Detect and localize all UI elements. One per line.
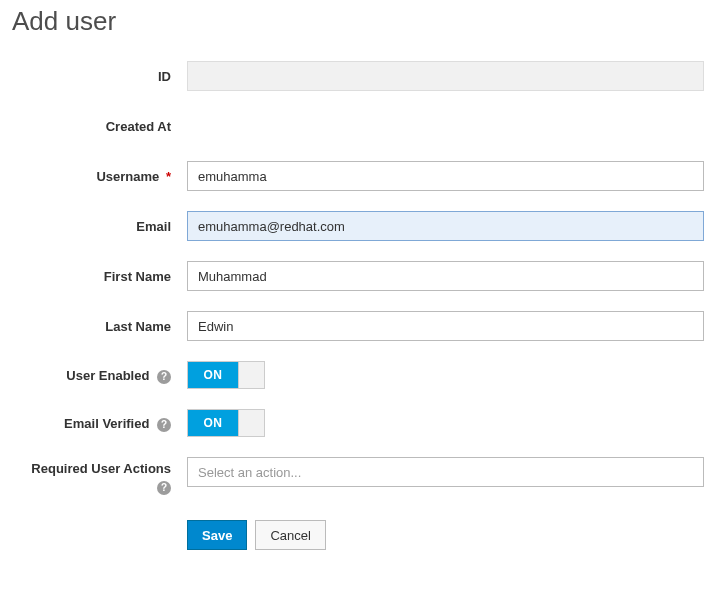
email-input[interactable] [187,211,704,241]
row-user-enabled: User Enabled ? ON [12,361,704,389]
username-input[interactable] [187,161,704,191]
toggle-on-label: ON [188,410,238,436]
help-icon[interactable]: ? [157,418,171,432]
label-email: Email [12,215,187,236]
label-last-name: Last Name [12,315,187,336]
row-email-verified: Email Verified ? ON [12,409,704,437]
toggle-handle [238,362,264,388]
row-email: Email [12,211,704,241]
row-required-actions: Required User Actions ? Select an action… [12,457,704,496]
row-last-name: Last Name [12,311,704,341]
label-id: ID [12,65,187,86]
user-enabled-toggle[interactable]: ON [187,361,265,389]
required-actions-placeholder: Select an action... [198,465,301,480]
row-username: Username * [12,161,704,191]
label-created-at: Created At [12,115,187,136]
label-required-actions-text: Required User Actions [31,461,171,476]
label-user-enabled: User Enabled ? [12,364,187,385]
email-verified-toggle[interactable]: ON [187,409,265,437]
first-name-input[interactable] [187,261,704,291]
help-icon[interactable]: ? [157,481,171,495]
page-title: Add user [12,6,704,37]
toggle-handle [238,410,264,436]
row-created-at: Created At [12,111,704,141]
help-icon[interactable]: ? [157,370,171,384]
cancel-button[interactable]: Cancel [255,520,325,550]
add-user-form: ID Created At Username * Email First Nam… [12,61,704,550]
required-marker: * [166,169,171,184]
row-first-name: First Name [12,261,704,291]
label-first-name: First Name [12,265,187,286]
row-id: ID [12,61,704,91]
toggle-on-label: ON [188,362,238,388]
label-user-enabled-text: User Enabled [66,368,149,383]
label-required-actions: Required User Actions ? [12,457,187,496]
label-username-text: Username [96,169,159,184]
last-name-input[interactable] [187,311,704,341]
required-actions-select[interactable]: Select an action... [187,457,704,487]
label-username: Username * [12,165,187,186]
created-at-value [187,111,704,141]
label-email-verified: Email Verified ? [12,412,187,433]
id-input [187,61,704,91]
save-button[interactable]: Save [187,520,247,550]
row-buttons: Save Cancel [12,516,704,550]
label-email-verified-text: Email Verified [64,416,149,431]
